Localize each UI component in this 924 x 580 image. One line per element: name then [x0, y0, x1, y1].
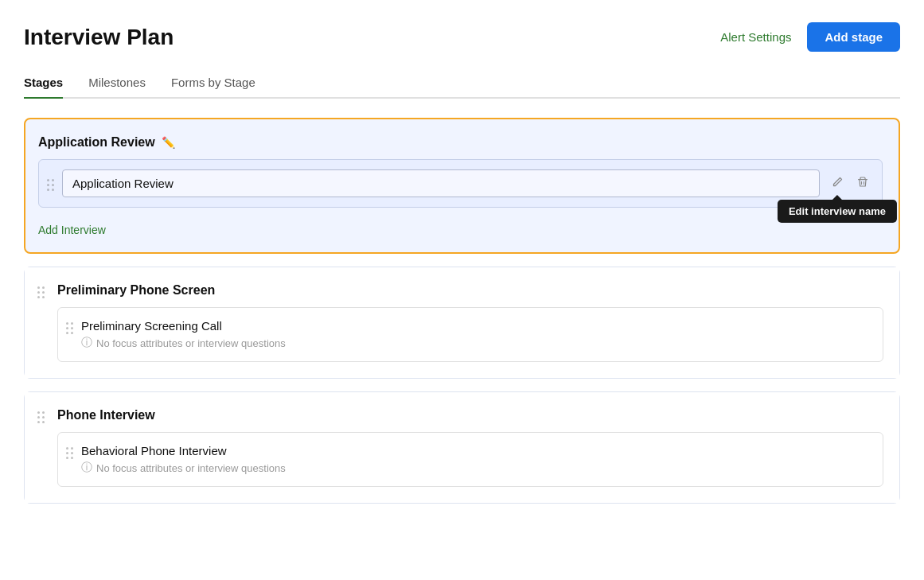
interview-row-behavioral: Behavioral Phone Interview ⓘ No focus at…	[57, 432, 883, 487]
add-interview-link[interactable]: Add Interview	[38, 224, 883, 236]
drag-handle-icon-int2	[66, 444, 73, 459]
info-icon-2: ⓘ	[81, 461, 92, 475]
edit-interview-tooltip-wrapper: Edit interview name	[828, 173, 847, 195]
stage-content-2: Preliminary Phone Screen	[57, 283, 883, 362]
edit-stage-name-icon[interactable]: ✏️	[162, 136, 175, 149]
interview-actions: Edit interview name	[828, 173, 872, 195]
stage-name-3: Phone Interview	[57, 408, 155, 422]
drag-handle-icon-2	[37, 283, 45, 298]
interview-row-preliminary: Preliminary Screening Call ⓘ No focus at…	[57, 307, 883, 362]
page-title: Interview Plan	[24, 25, 173, 50]
stage-card-inner: Application Review ✏️	[25, 119, 899, 252]
interview-name-1: Preliminary Screening Call	[81, 319, 286, 333]
interview-details-2: Behavioral Phone Interview ⓘ No focus at…	[81, 444, 286, 475]
tab-milestones[interactable]: Milestones	[88, 68, 146, 99]
drag-handle-icon-int1	[66, 319, 73, 334]
stage-card-application-review: Application Review ✏️	[24, 118, 900, 254]
alert-settings-link[interactable]: Alert Settings	[720, 30, 791, 44]
interviews-area-2: Preliminary Screening Call ⓘ No focus at…	[57, 307, 883, 362]
delete-interview-button[interactable]	[853, 173, 872, 195]
stage-card-inner-2: Preliminary Phone Screen	[25, 267, 899, 378]
stages-list: Application Review ✏️	[24, 118, 900, 504]
stage-name-row-2: Preliminary Phone Screen	[57, 283, 883, 298]
stage-name-row-3: Phone Interview	[57, 408, 883, 422]
info-icon-1: ⓘ	[81, 336, 92, 350]
no-focus-text-2: ⓘ No focus attributes or interview quest…	[81, 461, 286, 475]
edit-interview-tooltip: Edit interview name	[778, 200, 897, 223]
stage-name: Application Review	[38, 135, 155, 150]
interview-editing-row: Edit interview name	[38, 159, 883, 208]
drag-handle-icon	[47, 176, 54, 191]
interview-details-1: Preliminary Screening Call ⓘ No focus at…	[81, 319, 286, 350]
tab-stages[interactable]: Stages	[24, 68, 63, 99]
interview-row-content-3: Behavioral Phone Interview ⓘ No focus at…	[58, 433, 883, 486]
interviews-area: Edit interview name	[38, 159, 883, 236]
stage-content-3: Phone Interview	[57, 408, 883, 487]
stage-name-2: Preliminary Phone Screen	[57, 283, 215, 298]
drag-handle-icon-3	[37, 408, 45, 423]
stage-card-preliminary-phone-screen: Preliminary Phone Screen	[24, 267, 900, 379]
tabs-row: Stages Milestones Forms by Stage	[24, 68, 900, 99]
interview-name-input[interactable]	[62, 169, 820, 197]
interview-row-content: Preliminary Screening Call ⓘ No focus at…	[58, 308, 883, 361]
stage-card-inner-3: Phone Interview	[25, 392, 899, 503]
header-row: Interview Plan Alert Settings Add stage	[24, 22, 900, 52]
no-focus-text-1: ⓘ No focus attributes or interview quest…	[81, 336, 286, 350]
interviews-area-3: Behavioral Phone Interview ⓘ No focus at…	[57, 432, 883, 487]
page-container: Interview Plan Alert Settings Add stage …	[0, 0, 924, 527]
stage-content: Application Review ✏️	[38, 135, 883, 236]
stage-name-row: Application Review ✏️	[38, 135, 883, 150]
header-actions: Alert Settings Add stage	[720, 22, 900, 52]
tab-forms-by-stage[interactable]: Forms by Stage	[171, 68, 255, 99]
stage-card-phone-interview: Phone Interview	[24, 391, 900, 504]
add-stage-button[interactable]: Add stage	[807, 22, 900, 52]
interview-name-2: Behavioral Phone Interview	[81, 444, 286, 457]
